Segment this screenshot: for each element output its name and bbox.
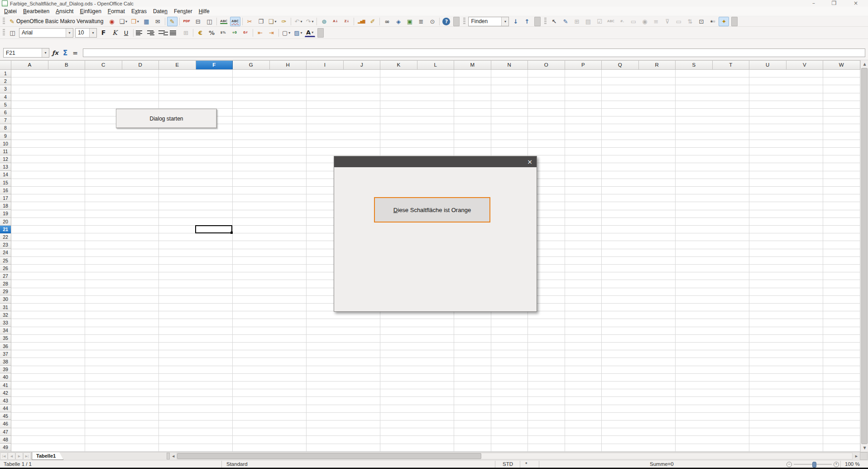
- spellcheck-icon[interactable]: ABC: [219, 17, 229, 26]
- row-header[interactable]: 24: [0, 249, 11, 256]
- row-header[interactable]: 10: [0, 140, 11, 148]
- print-icon[interactable]: ⊟: [193, 17, 203, 26]
- zoom-out-icon[interactable]: −: [786, 462, 792, 467]
- save-icon[interactable]: ▦: [141, 17, 152, 26]
- toolbar-grip[interactable]: [3, 18, 5, 25]
- menu-item-format[interactable]: Format: [105, 8, 128, 15]
- align-justified-icon[interactable]: [169, 30, 180, 36]
- undo-icon[interactable]: ↶▾: [293, 17, 303, 26]
- row-header[interactable]: 5: [0, 101, 11, 109]
- background-color-icon-dropdown[interactable]: ▾: [301, 31, 302, 35]
- new-document-icon[interactable]: ❏▾: [118, 17, 129, 26]
- column-header[interactable]: T: [713, 61, 750, 69]
- new-document-icon-dropdown[interactable]: ▾: [125, 19, 127, 24]
- row-header[interactable]: 47: [0, 428, 11, 436]
- row-header[interactable]: 15: [0, 179, 11, 187]
- sort-descending-icon[interactable]: Z↓: [341, 17, 352, 26]
- font-size-combobox[interactable]: 10 ▾: [75, 28, 97, 38]
- select-all-corner[interactable]: [0, 60, 11, 70]
- styles-icon[interactable]: ◫: [7, 28, 18, 38]
- combo-box-icon[interactable]: ⊽: [662, 17, 672, 26]
- row-header[interactable]: 23: [0, 241, 11, 249]
- find-next-icon[interactable]: ↓: [510, 17, 521, 26]
- column-header[interactable]: S: [676, 61, 713, 69]
- row-header[interactable]: 14: [0, 171, 11, 179]
- hyperlink-icon[interactable]: ⊚: [319, 17, 329, 26]
- scroll-down-icon[interactable]: ▼: [861, 444, 868, 452]
- redo-icon-dropdown[interactable]: ▾: [312, 19, 313, 24]
- menu-item-fenster[interactable]: Fenster: [171, 8, 196, 15]
- row-header[interactable]: 6: [0, 109, 11, 116]
- paste-icon[interactable]: ❑▾: [267, 17, 278, 26]
- menu-item-hilfe[interactable]: Hilfe: [196, 8, 213, 15]
- background-color-icon[interactable]: ▨▾: [293, 28, 303, 38]
- tab-previous-icon[interactable]: ◀: [8, 452, 15, 460]
- text-box-icon[interactable]: ▭: [628, 17, 638, 26]
- find-replace-icon[interactable]: ∞: [382, 17, 392, 26]
- row-header[interactable]: 7: [0, 116, 11, 124]
- page-preview-icon[interactable]: ◫: [204, 17, 215, 26]
- form-properties-icon[interactable]: ▤: [583, 17, 593, 26]
- font-name-combobox[interactable]: Arial ▾: [19, 28, 73, 38]
- row-header[interactable]: 33: [0, 319, 11, 327]
- row-header[interactable]: 37: [0, 350, 11, 358]
- percent-format-icon[interactable]: %: [206, 28, 217, 38]
- minimize-button[interactable]: –: [807, 0, 820, 6]
- zoom-in-icon[interactable]: +: [834, 462, 839, 467]
- open-icon-dropdown[interactable]: ▾: [137, 19, 139, 24]
- undo-icon-dropdown[interactable]: ▾: [300, 19, 302, 24]
- find-dropdown-icon[interactable]: ▾: [501, 17, 508, 26]
- dialog-starten-button[interactable]: Dialog starten: [116, 109, 217, 128]
- design-mode-icon[interactable]: ✎: [560, 17, 571, 26]
- spin-button-icon[interactable]: ⇅: [685, 17, 695, 26]
- gallery-icon[interactable]: ▣: [404, 17, 415, 26]
- row-header[interactable]: 32: [0, 311, 11, 319]
- row-header[interactable]: 29: [0, 288, 11, 295]
- row-header[interactable]: 42: [0, 389, 11, 397]
- italic-icon[interactable]: K: [110, 28, 120, 38]
- borders-icon[interactable]: ▢▾: [281, 28, 292, 38]
- row-header[interactable]: 30: [0, 295, 11, 303]
- format-paintbrush-icon[interactable]: ✑: [278, 17, 289, 26]
- export-pdf-icon[interactable]: PDF: [182, 17, 192, 26]
- tab-first-icon[interactable]: |◀: [0, 452, 8, 460]
- toolbar-grip[interactable]: [3, 29, 5, 36]
- row-header[interactable]: 17: [0, 194, 11, 202]
- push-button-icon[interactable]: ▭: [673, 17, 684, 26]
- hscroll-left-icon[interactable]: ◀: [170, 454, 176, 458]
- column-header[interactable]: N: [491, 61, 528, 69]
- close-button[interactable]: ×: [849, 0, 863, 6]
- restore-button[interactable]: ❐: [827, 0, 841, 6]
- decrease-indent-icon[interactable]: ⇤: [255, 28, 265, 38]
- borders-icon-dropdown[interactable]: ▾: [288, 31, 290, 35]
- column-header[interactable]: E: [159, 61, 196, 69]
- column-header[interactable]: M: [454, 61, 491, 69]
- row-header[interactable]: 35: [0, 334, 11, 342]
- row-header[interactable]: 2: [0, 77, 11, 85]
- form-design-icon[interactable]: ⊡: [696, 17, 706, 26]
- row-header[interactable]: 43: [0, 397, 11, 405]
- align-right-icon[interactable]: [158, 30, 168, 36]
- column-header[interactable]: L: [417, 61, 455, 69]
- menu-item-einfuegen[interactable]: Einfügen: [77, 8, 104, 15]
- column-header[interactable]: F: [196, 61, 233, 69]
- row-header[interactable]: 11: [0, 148, 11, 155]
- font-color-icon[interactable]: A▾: [305, 29, 315, 37]
- row-header[interactable]: 45: [0, 412, 11, 420]
- edit-file-icon[interactable]: ✎: [167, 17, 177, 26]
- font-color-icon-dropdown[interactable]: ▾: [312, 30, 313, 35]
- row-header[interactable]: 20: [0, 218, 11, 226]
- align-left-icon[interactable]: [135, 30, 146, 36]
- sum-display[interactable]: Summe=0: [650, 461, 674, 467]
- row-header[interactable]: 16: [0, 187, 11, 194]
- dialog-close-icon[interactable]: ×: [523, 156, 537, 167]
- column-header[interactable]: A: [11, 61, 48, 69]
- toolbar-grip[interactable]: [463, 18, 465, 25]
- row-header[interactable]: 4: [0, 93, 11, 101]
- zoom-icon[interactable]: ⊙: [427, 17, 437, 26]
- row-header[interactable]: 8: [0, 124, 11, 132]
- row-header[interactable]: 34: [0, 327, 11, 334]
- row-header[interactable]: 9: [0, 132, 11, 140]
- vertical-scroll-thumb[interactable]: [861, 68, 868, 444]
- row-header[interactable]: 22: [0, 233, 11, 241]
